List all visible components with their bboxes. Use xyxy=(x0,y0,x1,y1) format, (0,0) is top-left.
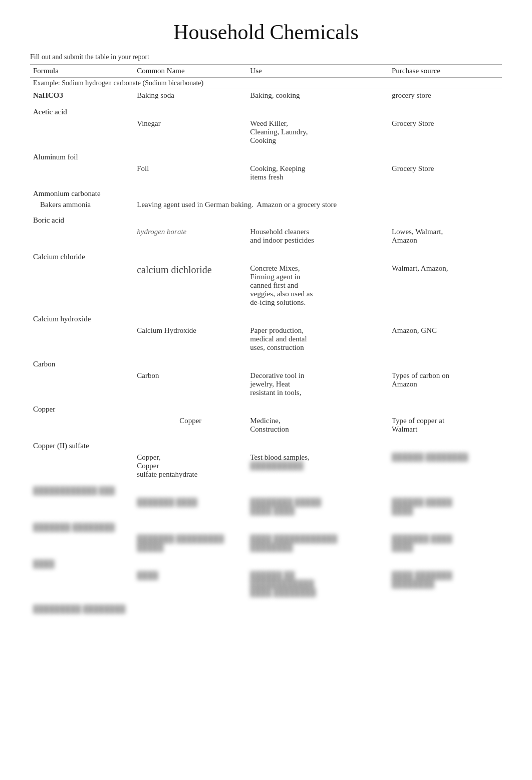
table-row: Acetic acid xyxy=(30,104,502,117)
formula-cell: Calcium chloride xyxy=(30,249,502,262)
common-name-cell: Leaving agent used in German baking. Ama… xyxy=(134,199,389,212)
blurred-formula: █████████ ████████ xyxy=(33,605,125,613)
formula-cell: ████ xyxy=(30,556,502,569)
table-row: Calcium Hydroxide Paper production,medic… xyxy=(30,324,502,356)
formula-cell: ████████████ ███ xyxy=(30,483,502,496)
blurred-formula: ████████████ ███ xyxy=(33,487,115,495)
source-cell: Types of carbon onAmazon xyxy=(389,369,502,401)
formula-cell xyxy=(30,262,134,311)
table-row: Aluminum foil xyxy=(30,149,502,162)
formula-cell: Ammonium carbonate xyxy=(30,185,502,199)
table-row: ████ xyxy=(30,556,502,569)
source-cell: grocery store xyxy=(389,89,502,104)
table-row: calcium dichloride Concrete Mixes,Firmin… xyxy=(30,262,502,311)
table-row: Copper Medicine,Construction Type of cop… xyxy=(30,415,502,438)
blurred-text: ██████ ██████████████████ ████████ xyxy=(250,571,316,597)
source-cell: Walmart, Amazon, xyxy=(389,262,502,311)
formula-cell xyxy=(30,496,134,519)
common-name-cell: ███████ ████ xyxy=(134,496,247,519)
formula-cell xyxy=(30,162,134,185)
table-row: Calcium hydroxide xyxy=(30,311,502,324)
blurred-formula: ████ xyxy=(33,560,55,568)
blurred-text: ██████ ████████ xyxy=(392,453,468,461)
table-row: Vinegar Weed Killer,Cleaning, Laundry,Co… xyxy=(30,117,502,149)
table-row: ████████████ ███ xyxy=(30,483,502,496)
example-text: Example: Sodium hydrogen carbonate (Sodi… xyxy=(30,78,502,89)
table-row: Copper,Coppersulfate pentahydrate Test b… xyxy=(30,451,502,483)
subtitle: Fill out and submit the table in your re… xyxy=(30,53,502,61)
formula-cell: Aluminum foil xyxy=(30,149,502,162)
col-header-formula: Formula xyxy=(30,65,134,78)
formula-cell xyxy=(30,569,134,601)
table-row: Carbon Decorative tool injewelry, Heatre… xyxy=(30,369,502,401)
formula-cell: Bakers ammonia xyxy=(30,199,134,212)
source-cell xyxy=(389,199,502,212)
use-cell: ████████ █████████ ████ xyxy=(247,496,389,519)
formula-cell: Copper xyxy=(30,401,502,415)
table-row: Bakers ammonia Leaving agent used in Ger… xyxy=(30,199,502,212)
common-name-cell: Foil xyxy=(134,162,247,185)
table-row: Ammonium carbonate xyxy=(30,185,502,199)
common-name-cell: Copper xyxy=(134,415,247,438)
formula-cell: Boric acid xyxy=(30,212,502,226)
formula-cell: ███████ ████████ xyxy=(30,519,502,533)
blurred-text: ███████ ████████ xyxy=(392,535,452,551)
use-cell: Medicine,Construction xyxy=(247,415,389,438)
use-cell: Concrete Mixes,Firming agent incanned fi… xyxy=(247,262,389,311)
source-cell: Type of copper atWalmart xyxy=(389,415,502,438)
common-name-cell: Vinegar xyxy=(134,117,247,149)
formula-cell xyxy=(30,226,134,249)
formula-cell: Calcium hydroxide xyxy=(30,311,502,324)
col-header-use: Use xyxy=(247,65,389,78)
use-cell: Baking, cooking xyxy=(247,89,389,104)
use-cell: Test blood samples,██████████ xyxy=(247,451,389,483)
source-cell: ██████ █████████ xyxy=(389,496,502,519)
blurred-text: ████ ███████████████ xyxy=(392,571,452,588)
table-row: Copper xyxy=(30,401,502,415)
use-cell: Household cleanersand indoor pesticides xyxy=(247,226,389,249)
formula-cell: █████████ ████████ xyxy=(30,601,502,615)
col-header-source: Purchase source xyxy=(389,65,502,78)
common-name-cell: Carbon xyxy=(134,369,247,401)
formula-cell xyxy=(30,533,134,556)
use-cell: Cooking, Keepingitems fresh xyxy=(247,162,389,185)
table-row: ███████ ████ ████████ █████████ ████ ███… xyxy=(30,496,502,519)
formula-cell xyxy=(30,451,134,483)
table-row: ███████ ████████ xyxy=(30,519,502,533)
source-cell: Grocery Store xyxy=(389,117,502,149)
formula-cell: Copper (II) sulfate xyxy=(30,438,502,451)
formula-cell: Carbon xyxy=(30,356,502,369)
use-cell: ██████ ██████████████████ ████████ xyxy=(247,569,389,601)
common-name-cell: Copper,Coppersulfate pentahydrate xyxy=(134,451,247,483)
table-row: ████ ██████ ██████████████████ ████████ … xyxy=(30,569,502,601)
blurred-text: ███████ ████ xyxy=(137,498,197,506)
blurred-formula: ███████ ████████ xyxy=(33,523,115,531)
blurred-text: ████████ █████████ ████ xyxy=(250,498,321,515)
table-row: hydrogen borate Household cleanersand in… xyxy=(30,226,502,249)
table-row: Calcium chloride xyxy=(30,249,502,262)
blurred-text: ████ ████████████████████ xyxy=(250,535,337,551)
source-cell: Grocery Store xyxy=(389,162,502,185)
page-title: Household Chemicals xyxy=(30,20,502,44)
source-cell: Lowes, Walmart,Amazon xyxy=(389,226,502,249)
col-header-common: Common Name xyxy=(134,65,247,78)
formula-cell xyxy=(30,117,134,149)
common-name-cell: ████ xyxy=(134,569,247,601)
source-cell: ██████ ████████ xyxy=(389,451,502,483)
formula-cell xyxy=(30,415,134,438)
blurred-text: ██████████ xyxy=(250,462,303,470)
example-row: Example: Sodium hydrogen carbonate (Sodi… xyxy=(30,78,502,89)
table-row: █████████ ████████ xyxy=(30,601,502,615)
source-cell: ████ ███████████████ xyxy=(389,569,502,601)
common-name-cell: calcium dichloride xyxy=(134,262,247,311)
formula-cell xyxy=(30,324,134,356)
formula-cell: Acetic acid xyxy=(30,104,502,117)
table-row: Copper (II) sulfate xyxy=(30,438,502,451)
formula-cell: NaHCO3 xyxy=(30,89,134,104)
blurred-text: ██████ █████████ xyxy=(392,498,452,515)
source-cell: ███████ ████████ xyxy=(389,533,502,556)
common-name-cell: hydrogen borate xyxy=(134,226,247,249)
formula-cell xyxy=(30,369,134,401)
blurred-text: ████ xyxy=(137,571,158,579)
common-name-cell: Calcium Hydroxide xyxy=(134,324,247,356)
